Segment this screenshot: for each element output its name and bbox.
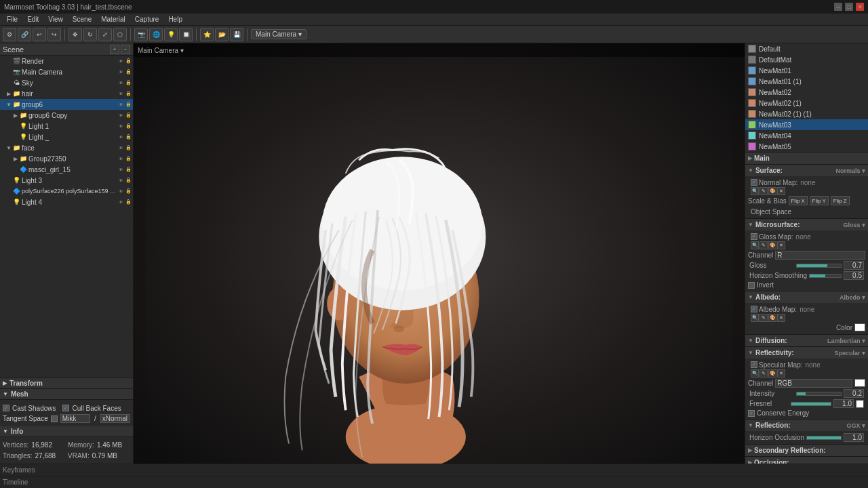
fresnel-color-swatch[interactable] xyxy=(856,400,864,408)
toolbar-btn-5[interactable]: ⬡ xyxy=(113,28,127,41)
mat-newmat02-1-1[interactable]: NewMat02 (1) (1) xyxy=(745,108,868,119)
menu-edit[interactable]: Edit xyxy=(23,15,43,24)
cull-back-faces-checkbox[interactable] xyxy=(62,405,69,411)
specular-channel-dropdown[interactable]: RGB xyxy=(775,379,852,388)
albedo-header[interactable]: ▼ Albedo: Albedo ▾ xyxy=(745,291,868,303)
flip-x-btn[interactable]: Flip X xyxy=(789,196,808,205)
ggx-type[interactable]: GGX ▾ xyxy=(846,422,865,429)
info-header[interactable]: ▼ Info xyxy=(0,426,133,437)
tree-item-sky[interactable]: 🌤 Sky 👁 🔒 xyxy=(0,77,133,88)
surface-section-header[interactable]: ▼ Surface: Normals ▾ xyxy=(745,165,868,176)
gloss-slider[interactable] xyxy=(796,264,842,268)
eye-icon-cam[interactable]: 👁 xyxy=(117,68,124,75)
tree-item-masci[interactable]: 🔷 masci_girl_15 👁 🔒 xyxy=(0,164,133,175)
toolbar-btn-8[interactable]: 💡 xyxy=(164,28,178,41)
normal-map-check[interactable] xyxy=(751,179,757,186)
tree-item-render[interactable]: 🎬 Render 👁 🔒 xyxy=(0,56,133,66)
toolbar-btn-11[interactable]: 📂 xyxy=(215,28,229,41)
albedo-clear-btn[interactable]: ✕ xyxy=(777,314,785,322)
viewport[interactable]: Main Camera ▾ xyxy=(134,43,745,464)
lock-icon-l4[interactable]: 🔒 xyxy=(125,199,132,205)
menu-capture[interactable]: Capture xyxy=(131,15,163,24)
lock-icon-l3[interactable]: 🔒 xyxy=(125,177,132,184)
main-section-header[interactable]: ▶ Main xyxy=(745,152,868,164)
menu-material[interactable]: Material xyxy=(97,15,130,24)
horizon-slider[interactable] xyxy=(809,274,842,278)
menu-view[interactable]: View xyxy=(44,15,67,24)
flip-y-btn[interactable]: Flip Y xyxy=(810,196,829,205)
tangent-xnormal-dropdown[interactable]: xNormal xyxy=(100,414,130,423)
mat-default[interactable]: Default xyxy=(745,43,868,54)
tree-item-group6-copy[interactable]: ▶ 📁 group6 Copy 👁 🔒 xyxy=(0,110,133,121)
toolbar-btn-9[interactable]: 🔲 xyxy=(179,28,193,41)
tree-item-light3[interactable]: 💡 Light 3 👁 🔒 xyxy=(0,175,133,186)
lock-icon[interactable]: 🔒 xyxy=(125,58,132,64)
toolbar-btn-10[interactable]: ⭐ xyxy=(200,28,214,41)
cast-shadows-checkbox[interactable] xyxy=(3,405,9,411)
lock-icon-l1[interactable]: 🔒 xyxy=(125,123,132,129)
eye-icon-g27[interactable]: 👁 xyxy=(117,155,124,162)
albedo-color-btn[interactable]: 🎨 xyxy=(768,314,776,322)
eye-icon-l4[interactable]: 👁 xyxy=(117,199,124,205)
eye-icon-hair[interactable]: 👁 xyxy=(117,90,124,97)
gloss-browse-btn[interactable]: 🔍 xyxy=(751,241,759,249)
mat-newmat01-1[interactable]: NewMat01 (1) xyxy=(745,76,868,87)
mat-defaultmat[interactable]: DefaultMat xyxy=(745,54,868,65)
conserve-energy-check[interactable] xyxy=(748,410,755,417)
secondary-reflection-header[interactable]: ▶ Secondary Reflection: xyxy=(745,445,868,456)
lock-icon-hair[interactable]: 🔒 xyxy=(125,90,132,97)
specular-color-btn[interactable]: 🎨 xyxy=(768,369,776,378)
albedo-map-check[interactable] xyxy=(751,306,757,312)
tree-item-group27350[interactable]: ▶ 📁 Group27350 👁 🔒 xyxy=(0,153,133,164)
menu-scene[interactable]: Scene xyxy=(68,15,96,24)
tree-item-camera[interactable]: 📷 Main Camera 👁 🔒 xyxy=(0,66,133,77)
toolbar-btn-rotate[interactable]: ↻ xyxy=(83,28,97,41)
gloss-value[interactable]: 0.7 xyxy=(844,261,864,270)
diffusion-type[interactable]: Lambertian ▾ xyxy=(827,338,865,344)
channel-dropdown[interactable]: R xyxy=(775,251,865,260)
eye-icon-poly[interactable]: 👁 xyxy=(117,188,124,195)
eye-icon-sky[interactable]: 👁 xyxy=(117,79,124,86)
mat-newmat03[interactable]: NewMat03 xyxy=(745,119,868,130)
eye-icon-l1[interactable]: 👁 xyxy=(117,123,124,129)
specular-color-swatch[interactable] xyxy=(854,379,865,387)
specular-map-check[interactable] xyxy=(751,361,757,368)
diffusion-header[interactable]: ▼ Diffusion: Lambertian ▾ xyxy=(745,335,868,346)
specular-edit-btn[interactable]: ✎ xyxy=(760,369,768,378)
albedo-color-swatch[interactable] xyxy=(854,323,865,331)
toolbar-btn-scale[interactable]: ⤢ xyxy=(98,28,112,41)
toolbar-btn-3[interactable]: ↩ xyxy=(33,28,46,41)
occlusion-header[interactable]: ▶ Occlusion: xyxy=(745,457,868,464)
gloss-edit-btn[interactable]: ✎ xyxy=(760,241,768,249)
toolbar-btn-7[interactable]: 🌐 xyxy=(149,28,163,41)
menu-file[interactable]: File xyxy=(3,15,22,24)
horizon-occlusion-value[interactable]: 1.0 xyxy=(844,433,864,442)
tree-item-light-under[interactable]: 💡 Light _ 👁 🔒 xyxy=(0,131,133,142)
maximize-button[interactable]: □ xyxy=(845,3,853,11)
lock-icon-lu[interactable]: 🔒 xyxy=(125,134,132,140)
microsurface-header[interactable]: ▼ Microsurface: Gloss ▾ xyxy=(745,219,868,230)
specular-browse-btn[interactable]: 🔍 xyxy=(751,369,759,378)
eye-icon-group6[interactable]: 👁 xyxy=(117,101,124,108)
tree-item-hair[interactable]: ▶ 📁 hair 👁 🔒 xyxy=(0,88,133,99)
horizon-occlusion-slider[interactable] xyxy=(806,436,842,440)
gloss-map-check[interactable] xyxy=(751,233,757,240)
reflection-header[interactable]: ▼ Reflection: GGX ▾ xyxy=(745,420,868,431)
normal-clear-btn[interactable]: ✕ xyxy=(777,187,785,195)
camera-dropdown[interactable]: Main Camera ▾ xyxy=(251,29,307,39)
lock-icon-cam[interactable]: 🔒 xyxy=(125,68,132,75)
lock-icon-masci[interactable]: 🔒 xyxy=(125,166,132,173)
lock-icon-face[interactable]: 🔒 xyxy=(125,144,132,151)
reflectivity-header[interactable]: ▼ Reflectivity: Specular ▾ xyxy=(745,347,868,359)
gloss-dropdown[interactable]: Gloss ▾ xyxy=(843,222,865,228)
eye-icon-masci[interactable]: 👁 xyxy=(117,166,124,173)
scene-add-btn[interactable]: + xyxy=(110,45,119,54)
toolbar-btn-12[interactable]: 💾 xyxy=(230,28,243,41)
mesh-header[interactable]: ▼ Mesh xyxy=(0,389,133,400)
tree-item-group6[interactable]: ▼ 📁 group6 👁 🔒 xyxy=(0,99,133,110)
minimize-button[interactable]: ─ xyxy=(834,3,842,11)
lock-icon-g6c[interactable]: 🔒 xyxy=(125,112,132,119)
toolbar-btn-2[interactable]: 🔗 xyxy=(18,28,31,41)
intensity-slider[interactable] xyxy=(796,392,842,396)
eye-icon-l3[interactable]: 👁 xyxy=(117,177,124,184)
